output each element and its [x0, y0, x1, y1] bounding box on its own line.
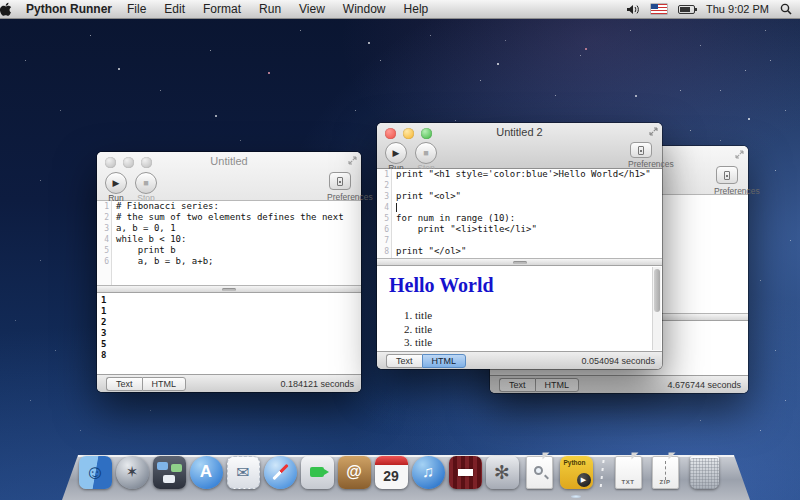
- menu-run[interactable]: Run: [250, 2, 290, 16]
- dock-item-safari[interactable]: [263, 454, 297, 490]
- text-tab[interactable]: Text: [499, 378, 535, 392]
- dock-separator: [596, 458, 608, 490]
- html-tab[interactable]: HTML: [535, 378, 580, 392]
- code-line: 4: [377, 202, 662, 213]
- dock-item-itunes[interactable]: ♫: [411, 454, 445, 490]
- window-title: Untitled 2: [377, 126, 662, 138]
- code-line: 5 print b: [97, 245, 361, 256]
- code-line: 2# the sum of two elements defines the n…: [97, 212, 361, 223]
- magnifier-icon: [534, 466, 543, 475]
- dock-item-mission-control[interactable]: [152, 454, 186, 490]
- window-untitled: Untitled ▶ Run ■ Stop Preferences 1# Fib…: [97, 152, 361, 392]
- dock-item-preview-document[interactable]: [522, 454, 556, 490]
- html-tab[interactable]: HTML: [422, 354, 467, 368]
- volume-icon[interactable]: [627, 4, 640, 15]
- dock-item-launchpad[interactable]: ✶: [115, 454, 149, 490]
- code-line: 1# Fibonacci series:: [97, 201, 361, 212]
- preferences-button[interactable]: Preferences: [628, 142, 654, 169]
- preview-document-icon: [526, 456, 553, 489]
- menu-window[interactable]: Window: [334, 2, 395, 16]
- fullscreen-icon[interactable]: [649, 127, 658, 136]
- output-line: 8: [101, 350, 361, 361]
- output-list-item: title: [415, 323, 650, 337]
- output-list: title title title title title title: [415, 309, 650, 351]
- title-bar[interactable]: Untitled: [97, 152, 361, 171]
- menu-edit[interactable]: Edit: [155, 2, 194, 16]
- stop-button[interactable]: ■: [135, 172, 157, 194]
- output-list-item: title: [415, 309, 650, 323]
- preferences-icon: [724, 171, 730, 180]
- menu-format[interactable]: Format: [194, 2, 250, 16]
- window-title: Untitled: [97, 155, 361, 167]
- fullscreen-icon[interactable]: [735, 150, 744, 159]
- apple-menu-icon[interactable]: [0, 2, 22, 16]
- dock-item-txt-document[interactable]: TXT: [611, 454, 645, 490]
- code-line: 5for num in range (10):: [377, 213, 662, 224]
- code-line: 4while b < 10:: [97, 234, 361, 245]
- stop-button[interactable]: ■: [415, 142, 437, 164]
- code-line: 1print "<h1 style='color:blue'>Hello Wor…: [377, 169, 662, 180]
- dock-item-trash[interactable]: [685, 454, 723, 490]
- zip-document-icon: ZIP: [652, 456, 679, 489]
- input-source-flag-icon[interactable]: [651, 4, 667, 14]
- text-tab[interactable]: Text: [106, 377, 142, 391]
- output-pane: Hello World title title title title titl…: [377, 266, 662, 351]
- run-button[interactable]: ▶: [105, 172, 127, 194]
- window-untitled-2: Untitled 2 ▶ Run ■ Stop Preferences 1pri…: [377, 123, 662, 369]
- output-list-item: title: [415, 336, 650, 350]
- mission-control-icon: [153, 456, 186, 489]
- code-line: 7: [377, 235, 662, 246]
- output-pane: 1 1 2 3 5 8: [97, 293, 361, 374]
- itunes-icon: ♫: [422, 463, 434, 481]
- code-editor[interactable]: 1print "<h1 style='color:blue'>Hello Wor…: [377, 169, 662, 258]
- code-line: 6 print "<li>title</li>": [377, 224, 662, 235]
- python-runner-label: Python: [564, 459, 586, 466]
- dock-item-python-runner[interactable]: Python ▶: [559, 454, 593, 490]
- fullscreen-icon[interactable]: [348, 156, 357, 165]
- code-line: 3a, b = 0, 1: [97, 223, 361, 234]
- pane-splitter[interactable]: [377, 258, 662, 266]
- menu-view[interactable]: View: [290, 2, 334, 16]
- pane-splitter[interactable]: [97, 285, 361, 293]
- output-mode-switch: Text HTML: [386, 354, 466, 368]
- preferences-button[interactable]: Preferences: [327, 172, 353, 202]
- app-menu-title[interactable]: Python Runner: [26, 2, 112, 16]
- preferences-icon: [638, 146, 644, 155]
- dock-item-address-book[interactable]: @: [337, 454, 371, 490]
- dock-item-ical[interactable]: 29: [374, 454, 408, 490]
- menu-bar: Python Runner File Edit Format Run View …: [0, 0, 800, 19]
- output-line: 1: [101, 306, 361, 317]
- output-line: 3: [101, 328, 361, 339]
- preferences-button[interactable]: Preferences: [714, 166, 740, 196]
- output-line: 5: [101, 339, 361, 350]
- code-editor[interactable]: 1# Fibonacci series: 2# the sum of two e…: [97, 201, 361, 285]
- code-line: 8print "</ol>": [377, 246, 662, 257]
- output-mode-switch: Text HTML: [106, 377, 186, 391]
- output-line: 2: [101, 317, 361, 328]
- dock-item-system-preferences[interactable]: ✻: [485, 454, 519, 490]
- scrollbar-thumb[interactable]: [654, 269, 660, 312]
- run-button[interactable]: ▶: [385, 142, 407, 164]
- spotlight-icon[interactable]: [780, 3, 792, 15]
- safari-compass-icon: [264, 456, 297, 489]
- menu-file[interactable]: File: [118, 2, 155, 16]
- dock-item-zip-document[interactable]: ZIP: [648, 454, 682, 490]
- preferences-label: Preferences: [628, 159, 654, 169]
- html-tab[interactable]: HTML: [142, 377, 187, 391]
- launchpad-icon: ✶: [126, 463, 139, 481]
- preferences-icon: [337, 177, 343, 186]
- desktop: { "menu_bar": { "app_name": "Python Runn…: [0, 0, 800, 500]
- menu-bar-clock[interactable]: Thu 9:02 PM: [706, 3, 769, 15]
- dock-item-app-store[interactable]: A: [189, 454, 223, 490]
- title-bar[interactable]: Untitled 2: [377, 123, 662, 142]
- dock-item-finder[interactable]: ☺: [78, 454, 112, 490]
- text-tab[interactable]: Text: [386, 354, 422, 368]
- dock-item-mail[interactable]: ✉: [226, 454, 260, 490]
- status-bar: Text HTML 0.054094 seconds: [377, 351, 662, 369]
- dock-item-photo-booth[interactable]: [448, 454, 482, 490]
- scrollbar[interactable]: [652, 267, 661, 350]
- battery-icon[interactable]: [678, 5, 695, 14]
- address-book-icon: @: [346, 463, 362, 481]
- menu-help[interactable]: Help: [395, 2, 438, 16]
- dock-item-facetime[interactable]: [300, 454, 334, 490]
